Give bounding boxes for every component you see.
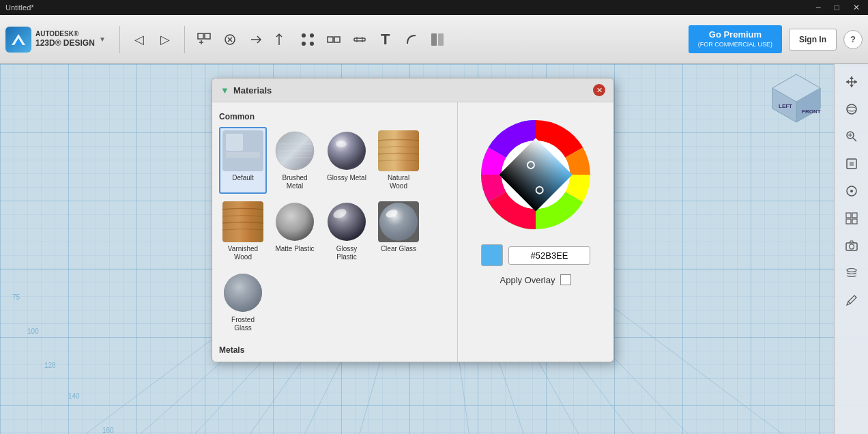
svg-point-5 (302, 33, 306, 38)
svg-rect-84 (378, 130, 419, 171)
text-button[interactable]: T (373, 27, 398, 52)
color-picker-panel: Apply Overlay (458, 102, 613, 362)
svg-rect-0 (198, 33, 203, 39)
svg-point-91 (379, 203, 418, 241)
dialog-titlebar: ▼ Materials ✕ (212, 78, 613, 102)
material-silver[interactable]: Silver (323, 360, 371, 362)
material-varnished-wood[interactable]: Varnished Wood (219, 198, 267, 265)
titlebar: Untitled* – □ ✕ (0, 0, 868, 15)
render-tool-button[interactable] (839, 206, 864, 231)
modify-button[interactable] (270, 27, 294, 52)
materials-button[interactable] (425, 27, 450, 52)
orbit-tool-button[interactable] (839, 97, 864, 121)
svg-rect-67 (846, 219, 851, 224)
svg-marker-52 (850, 85, 854, 87)
tool-buttons: T (192, 27, 450, 52)
material-copper[interactable]: Copper (375, 360, 422, 362)
color-wheel[interactable] (474, 113, 597, 236)
nav-buttons: ◁ ▷ (127, 27, 177, 52)
fit-tool-button[interactable] (839, 151, 864, 176)
transform-button[interactable] (244, 27, 268, 52)
divider-1 (119, 26, 120, 53)
svg-rect-1 (205, 33, 210, 39)
svg-rect-15 (438, 33, 444, 46)
common-section-label: Common (219, 112, 450, 121)
color-inputs (481, 244, 590, 266)
svg-rect-10 (334, 37, 340, 42)
logo-area: AUTODESK® 123D® DESIGN ▼ (5, 27, 106, 53)
titlebar-controls: – □ ✕ (813, 3, 863, 12)
metals-section-label: Metals (219, 345, 450, 355)
material-chrome[interactable]: Chrome (219, 360, 267, 362)
cube-navigator[interactable]: LEFT FRONT (769, 71, 824, 126)
dialog-body: Common Default (212, 102, 613, 362)
camera-tool-button[interactable] (839, 233, 864, 258)
overlay-row: Apply Overlay (500, 274, 572, 285)
right-panel (834, 64, 868, 434)
material-frosted-glass[interactable]: Frosted Glass (219, 269, 267, 336)
maximize-button[interactable]: □ (832, 3, 842, 12)
svg-rect-68 (852, 219, 857, 224)
redo-button[interactable]: ▷ (153, 27, 177, 52)
help-button[interactable]: ? (843, 30, 863, 49)
group-button[interactable] (321, 27, 346, 52)
hex-input[interactable] (508, 246, 590, 265)
material-glossy-metal[interactable]: Glossy Metal (323, 127, 371, 194)
premium-button[interactable]: Go Premium (FOR COMMERCIAL USE) (689, 25, 782, 53)
overlay-label: Apply Overlay (500, 275, 555, 285)
svg-text:FRONT: FRONT (802, 108, 821, 115)
svg-point-56 (847, 107, 856, 111)
svg-rect-73 (226, 134, 243, 151)
materials-panel[interactable]: Common Default (212, 102, 458, 362)
material-glossy-plastic[interactable]: Glossy Plastic (323, 198, 371, 265)
svg-point-6 (310, 33, 314, 38)
signin-button[interactable]: Sign In (789, 29, 837, 50)
svg-marker-53 (846, 80, 849, 84)
logo-dropdown[interactable]: ▼ (99, 35, 106, 43)
add-shape-button[interactable] (192, 27, 216, 52)
svg-point-64 (850, 190, 853, 192)
svg-text:140: 140 (68, 392, 80, 400)
svg-marker-54 (854, 80, 857, 84)
svg-point-70 (849, 244, 854, 249)
svg-point-87 (276, 203, 314, 241)
metals-materials-grid: Chrome (219, 360, 450, 362)
material-clear-glass[interactable]: Clear Glass (375, 198, 422, 265)
view-tool-button[interactable] (839, 179, 864, 203)
material-brushed-metal[interactable]: Brushed Metal (271, 127, 319, 194)
overlay-checkbox[interactable] (560, 274, 571, 285)
dialog-close-button[interactable]: ✕ (593, 84, 605, 96)
brush-tool-button[interactable] (839, 288, 864, 313)
svg-point-7 (302, 42, 306, 46)
zoom-tool-button[interactable] (839, 124, 864, 149)
svg-rect-9 (328, 37, 333, 42)
measure-button[interactable] (347, 27, 372, 52)
materials-dialog: ▼ Materials ✕ Common (212, 78, 614, 362)
fillet-button[interactable] (399, 27, 424, 52)
layer-tool-button[interactable] (839, 261, 864, 285)
svg-rect-66 (852, 213, 857, 218)
undo-button[interactable]: ◁ (127, 27, 151, 52)
svg-text:128: 128 (44, 362, 56, 369)
color-swatch[interactable] (481, 244, 503, 266)
sketch-button[interactable] (218, 27, 242, 52)
material-gold[interactable]: Gold (271, 360, 319, 362)
svg-point-94 (224, 274, 262, 312)
close-button[interactable]: ✕ (850, 3, 863, 12)
common-materials-grid: Default (219, 127, 450, 336)
divider-2 (184, 26, 185, 53)
material-matte-plastic[interactable]: Matte Plastic (271, 198, 319, 265)
svg-text:100: 100 (27, 328, 39, 335)
toolbar: AUTODESK® 123D® DESIGN ▼ ◁ ▷ T (0, 15, 868, 64)
svg-text:160: 160 (102, 426, 114, 434)
svg-text:LEFT: LEFT (779, 103, 792, 109)
material-natural-wood[interactable]: Natural Wood (375, 127, 422, 194)
move-tool-button[interactable] (839, 70, 864, 94)
svg-point-82 (328, 132, 366, 170)
dialog-title: ▼ Materials (220, 85, 272, 96)
svg-point-55 (847, 104, 856, 114)
material-default[interactable]: Default (219, 127, 267, 194)
svg-point-8 (310, 42, 314, 46)
pattern-button[interactable] (295, 27, 320, 52)
minimize-button[interactable]: – (813, 3, 824, 12)
